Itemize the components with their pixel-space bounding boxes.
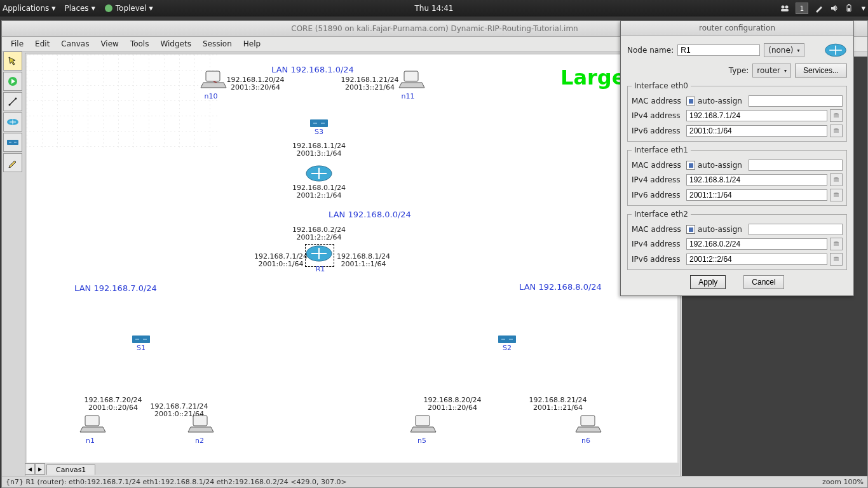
- brush-icon[interactable]: [815, 4, 824, 13]
- type-label: Type:: [729, 66, 749, 75]
- tab-scroll-left[interactable]: ◀: [25, 463, 35, 475]
- menu-help[interactable]: Help: [238, 38, 266, 50]
- icon-select[interactable]: (none)▾: [764, 43, 804, 57]
- menu-widgets[interactable]: Widgets: [155, 38, 196, 50]
- mac-input[interactable]: [749, 159, 843, 171]
- node-s3[interactable]: [309, 118, 329, 128]
- ipv4-clear-button[interactable]: [830, 238, 843, 250]
- n6-ip: 192.168.8.21/24 2001:1::21/64: [529, 396, 587, 412]
- router-icon: [6, 118, 19, 126]
- tool-router[interactable]: [3, 112, 22, 132]
- svg-rect-6: [848, 8, 850, 11]
- tool-switch[interactable]: [3, 133, 22, 152]
- auto-assign-checkbox[interactable]: [686, 161, 695, 170]
- svg-rect-37: [834, 114, 839, 118]
- mac-input[interactable]: [749, 95, 843, 107]
- users-icon[interactable]: [780, 4, 789, 13]
- node-n5[interactable]: [409, 414, 437, 436]
- svg-rect-25: [404, 71, 418, 81]
- ipv6-input[interactable]: [686, 125, 827, 137]
- menu-canvas[interactable]: Canvas: [56, 38, 94, 50]
- mac-label: MAC address: [632, 225, 684, 234]
- services-button[interactable]: Services...: [795, 64, 847, 78]
- db-icon: [833, 177, 839, 183]
- svg-rect-3: [781, 9, 789, 11]
- tab-canvas1[interactable]: Canvas1: [46, 464, 95, 475]
- svg-rect-34: [581, 416, 595, 426]
- menu-view[interactable]: View: [95, 38, 123, 50]
- node-r1[interactable]: [305, 244, 333, 263]
- system-tray: 1 ▼: [780, 3, 865, 14]
- ipv6-clear-button[interactable]: [830, 253, 843, 266]
- r1-right-ip: 192.168.8.1/24 2001:1::1/64: [337, 253, 390, 268]
- router-icon: [824, 41, 847, 60]
- play-icon: [8, 76, 18, 86]
- menu-edit[interactable]: Edit: [30, 38, 55, 50]
- node-n1-label: n1: [86, 437, 95, 445]
- ipv4-clear-button[interactable]: [830, 109, 843, 122]
- node-s1[interactable]: [132, 334, 151, 344]
- node-r1-label: R1: [316, 266, 325, 273]
- iface-eth0: Interface eth0 MAC addressauto-assign IP…: [627, 81, 847, 142]
- ipv6-clear-button[interactable]: [830, 125, 843, 137]
- ipv4-clear-button[interactable]: [830, 173, 843, 186]
- n1-ip: 192.168.7.20/24 2001:0::20/64: [84, 396, 142, 412]
- ipv4-input[interactable]: [686, 238, 827, 250]
- node-s3-label: S3: [315, 128, 323, 136]
- tab-scroll-right[interactable]: ▶: [35, 463, 45, 475]
- router-config-dialog: router configuration Node name: (none)▾ …: [620, 20, 854, 296]
- ipv6-clear-button[interactable]: [830, 189, 843, 201]
- ipv6-input[interactable]: [686, 254, 827, 265]
- lan-8-label: LAN 192.168.8.0/24: [519, 283, 602, 291]
- node-n1[interactable]: [79, 414, 107, 436]
- node-n2[interactable]: [187, 414, 215, 436]
- svg-rect-32: [193, 416, 207, 426]
- apply-button[interactable]: Apply: [690, 275, 726, 289]
- canvas-frame: Larger WAN LAN 192.168.1.0/24 LAN 192.16…: [25, 53, 681, 477]
- mac-label: MAC address: [632, 161, 684, 170]
- nodename-input[interactable]: [677, 44, 760, 56]
- menu-tools[interactable]: Tools: [125, 38, 154, 50]
- ipv4-input[interactable]: [686, 174, 827, 186]
- type-select[interactable]: router▾: [752, 64, 791, 78]
- n10-ip: 192.168.1.20/24 2001:3::20/64: [226, 76, 284, 92]
- ipv4-label: IPv4 address: [632, 240, 684, 248]
- menu-file[interactable]: File: [6, 38, 29, 50]
- node-s2[interactable]: [498, 334, 517, 344]
- auto-assign-checkbox[interactable]: [686, 97, 695, 105]
- canvas[interactable]: Larger WAN LAN 192.168.1.0/24 LAN 192.16…: [27, 55, 677, 463]
- battery-icon[interactable]: [845, 4, 853, 13]
- menu-toplevel[interactable]: Toplevel▼: [104, 4, 153, 13]
- node-n6[interactable]: [574, 414, 602, 436]
- tool-select[interactable]: [3, 51, 22, 71]
- r1-left-ip: 192.168.7.1/24 2001:0::1/64: [254, 253, 308, 268]
- cancel-button[interactable]: Cancel: [743, 275, 783, 289]
- tool-link[interactable]: [3, 92, 22, 111]
- mac-input[interactable]: [749, 224, 843, 235]
- svg-point-2: [785, 6, 788, 9]
- s3-ip: 192.168.1.1/24 2001:3::1/64: [292, 142, 346, 158]
- workspace-indicator[interactable]: 1: [796, 3, 808, 14]
- menu-session[interactable]: Session: [198, 38, 237, 50]
- n5-ip: 192.168.8.20/24 2001:1::20/64: [423, 396, 481, 412]
- auto-assign-checkbox[interactable]: [686, 225, 695, 234]
- ipv6-input[interactable]: [686, 189, 827, 201]
- tool-marker[interactable]: [3, 153, 22, 172]
- menu-places[interactable]: Places▼: [64, 4, 95, 13]
- tool-run[interactable]: [3, 72, 22, 91]
- db-icon: [833, 192, 839, 198]
- chevron-down-icon[interactable]: ▼: [862, 6, 865, 11]
- node-n6-label: n6: [581, 437, 590, 445]
- lan-7-label: LAN 192.168.7.0/24: [74, 285, 157, 292]
- svg-rect-26: [310, 119, 328, 127]
- svg-rect-41: [834, 179, 839, 182]
- node-r2[interactable]: [305, 164, 333, 183]
- node-n11[interactable]: [398, 70, 426, 92]
- ipv4-input[interactable]: [686, 110, 827, 121]
- switch-icon: [6, 139, 19, 146]
- menu-applications[interactable]: Applications▼: [3, 4, 55, 13]
- node-n10[interactable]: [200, 70, 227, 92]
- volume-icon[interactable]: [830, 4, 839, 13]
- r2-ip: 192.168.0.1/24 2001:2::1/64: [292, 184, 346, 200]
- svg-rect-43: [834, 194, 839, 197]
